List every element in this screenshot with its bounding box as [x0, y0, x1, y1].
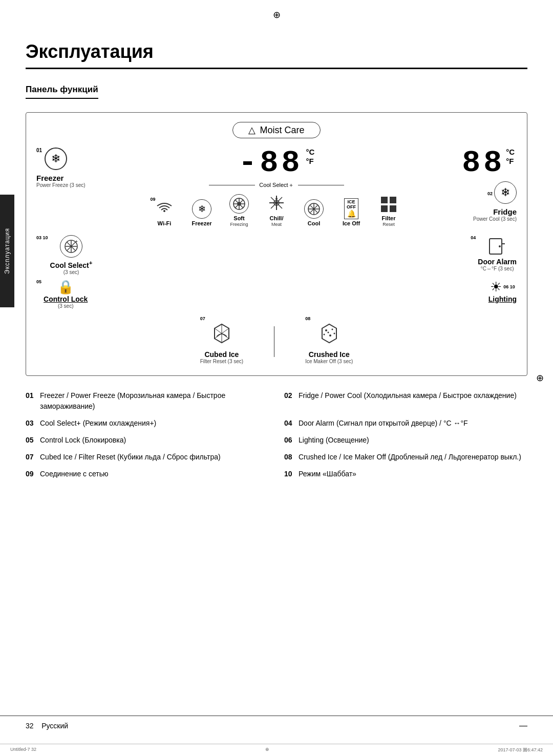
ice-separator	[274, 326, 274, 357]
fridge-badge: 02	[487, 191, 493, 196]
bottom-bar: Untitled-7 32 ⊕ 2017-07-03 圖6:47:42	[0, 744, 553, 756]
cool-select-line-left	[209, 185, 255, 185]
svg-point-29	[499, 245, 501, 247]
second-row: 03 10 + Cool Select+	[36, 235, 517, 275]
soft-freezing-label: Soft	[233, 215, 244, 222]
filter-reset-icon[interactable]	[379, 195, 398, 214]
cool-item: Cool	[300, 199, 328, 227]
cool-select-icon[interactable]: +	[60, 235, 82, 258]
footer-lang: Русский	[41, 722, 68, 730]
cubed-ice-icon[interactable]	[209, 321, 234, 350]
freezer-label: Freezer	[36, 174, 63, 182]
svg-point-32	[323, 333, 325, 335]
desc-num-02: 02	[284, 390, 295, 401]
side-tab: Эксплуатация	[0, 195, 14, 307]
middle-icons-row: 09 Wi-Fi	[151, 194, 403, 227]
ice-off-icon[interactable]: ICE OFF 🔔	[344, 198, 358, 219]
desc-text-03: Cool Select+ (Режим охлаждения+)	[40, 418, 156, 429]
fridge-display-units: °C °F	[506, 148, 515, 166]
desc-num-03: 03	[26, 418, 37, 429]
fridge-side: °C °F 88 02 ❄ Fridge Power Cool (3 s	[460, 148, 517, 222]
door-alarm-item: 04 Door Alarm °C↔°F (3 sec)	[471, 235, 517, 271]
fridge-badge-row: 02 ❄	[487, 181, 517, 205]
door-alarm-icon[interactable]	[486, 235, 508, 258]
cool-select-badge: 03 10	[36, 235, 48, 240]
desc-item-05: 05 Control Lock (Блокировка)	[26, 435, 269, 446]
freezer-icon[interactable]: ❄	[45, 148, 67, 170]
control-lock-label: Control Lock	[44, 295, 88, 303]
moist-care-icon: △	[248, 124, 256, 136]
desc-num-07: 07	[26, 452, 37, 463]
desc-item-09: 09 Соединение с сетью	[26, 469, 269, 479]
lighting-label: Lighting	[488, 295, 517, 303]
panel-box: △ Moist Care 01 ❄ Freezer Power Freeze (…	[26, 112, 527, 376]
crushed-ice-label: Crushed Ice	[309, 350, 350, 359]
desc-item-08: 08 Crushed Ice / Ice Maker Off (Дроблены…	[284, 452, 527, 463]
moist-care-text: Moist Care	[260, 125, 304, 136]
cubed-ice-item: 07 Cubed Ice Filter Reset (3 sec)	[200, 316, 243, 364]
desc-item-04: 04 Door Alarm (Сигнал при открытой дверц…	[284, 418, 527, 429]
page-title: Эксплуатация	[26, 41, 527, 69]
freezer-display-digits: -88	[239, 148, 303, 178]
crushed-ice-item: 08 Crushed Ice Ice Maker Of	[305, 316, 353, 364]
wifi-icon[interactable]	[156, 202, 173, 219]
svg-point-11	[275, 198, 278, 200]
control-lock-item: 05 🔒 Control Lock (3 sec)	[36, 279, 88, 309]
cubed-ice-sublabel: Filter Reset (3 sec)	[200, 359, 243, 364]
freezer-btn-icon[interactable]: ❄	[192, 199, 211, 219]
svg-rect-20	[390, 205, 396, 212]
cubed-ice-label: Cubed Ice	[204, 350, 239, 359]
cool-select-line-right	[298, 185, 344, 185]
door-alarm-wrap: Door Alarm °C↔°F (3 sec)	[478, 235, 517, 271]
lighting-item: ☀ 06 10 Lighting	[488, 279, 517, 303]
reg-dot-top: ⊕	[273, 9, 281, 20]
fridge-sublabel: Power Cool (3 sec)	[473, 216, 517, 222]
soft-freezing-sublabel: Freezing	[230, 222, 248, 227]
reg-dot-right: ⊕	[536, 372, 544, 384]
cool-label: Cool	[308, 220, 320, 227]
lighting-icon[interactable]: ☀	[490, 279, 502, 295]
cool-icon[interactable]	[304, 199, 324, 219]
desc-text-09: Соединение с сетью	[40, 469, 109, 479]
bottom-bar-center: ⊕	[265, 747, 269, 753]
desc-item-01: 01 Freezer / Power Freeze (Морозильная к…	[26, 390, 269, 412]
ice-off-label: Ice Off	[343, 220, 360, 227]
lighting-badge-row: ☀ 06 10	[490, 279, 515, 295]
moist-care-label: △ Moist Care	[232, 122, 320, 138]
desc-text-04: Door Alarm (Сигнал при открытой дверце) …	[299, 418, 468, 429]
desc-num-08: 08	[284, 452, 295, 463]
desc-num-04: 04	[284, 418, 295, 429]
svg-point-30	[325, 329, 327, 331]
fridge-icon[interactable]: ❄	[494, 181, 517, 204]
main-content: Эксплуатация Панель функций △ Moist Care…	[26, 0, 527, 479]
page-footer: 32 Русский —	[0, 716, 553, 736]
desc-text-07: Cubed Ice / Filter Reset (Кубики льда / …	[40, 452, 221, 463]
desc-text-01: Freezer / Power Freeze (Морозильная каме…	[40, 390, 269, 412]
desc-text-06: Lighting (Освещение)	[299, 435, 369, 446]
svg-point-35	[327, 331, 329, 333]
desc-text-02: Fridge / Power Cool (Холодильная камера …	[299, 390, 517, 401]
door-alarm-label: Door Alarm	[478, 258, 517, 266]
svg-rect-18	[390, 197, 396, 203]
control-lock-badge: 05	[36, 279, 41, 284]
desc-item-07: 07 Cubed Ice / Filter Reset (Кубики льда…	[26, 452, 269, 463]
svg-point-33	[329, 334, 331, 337]
svg-text:+: +	[75, 239, 78, 244]
control-lock-wrap: 🔒 Control Lock (3 sec)	[44, 279, 88, 309]
control-lock-icon[interactable]: 🔒	[57, 279, 74, 295]
chill-label: Chill/	[270, 215, 284, 222]
filter-reset-label: Filter	[382, 215, 396, 222]
freezer-display-units: °C °F	[306, 148, 315, 166]
desc-text-10: Режим «Шаббат»	[299, 469, 356, 479]
bottom-ice-row: 07 Cubed Ice Filter Reset (3 sec)	[36, 316, 517, 364]
crushed-ice-icon[interactable]	[317, 321, 342, 350]
freezer-btn-item: ❄ Freezer	[188, 199, 216, 227]
soft-freezing-icon[interactable]	[229, 194, 249, 214]
page: ⊕ Эксплуатация ⊕ Эксплуатация Панель фун…	[0, 0, 553, 756]
chill-meat-icon[interactable]	[268, 195, 285, 214]
footer-num: 32	[26, 722, 34, 730]
fridge-item-row: 02 ❄ Fridge Power Cool (3 sec)	[473, 181, 517, 222]
fridge-label: Fridge	[493, 207, 517, 216]
cool-select-sublabel: (3 sec)	[63, 269, 79, 275]
side-tab-label: Эксплуатация	[4, 228, 11, 274]
